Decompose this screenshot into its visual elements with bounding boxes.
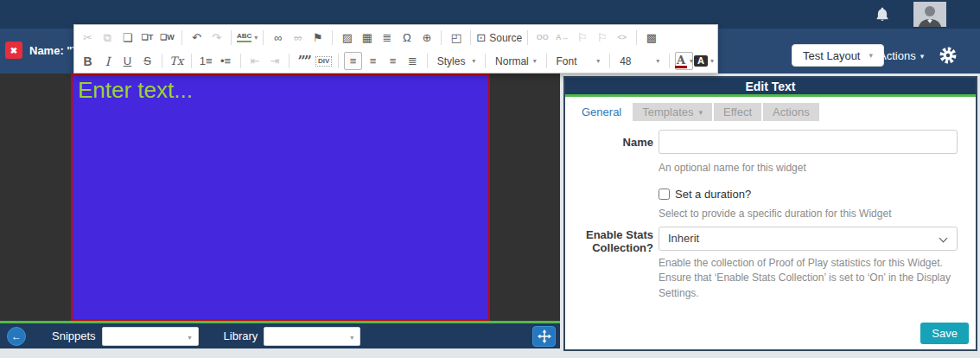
stats-collection-value: Inherit bbox=[668, 232, 699, 245]
image-icon[interactable]: ▨ bbox=[338, 29, 356, 47]
toolbar-row-1: ✂⧉❏❏T❏W↶↷ABC▾∞∞⚑▨▦≣Ω⊕◰⊡SourceOOA↔⚐⚐<>▩ bbox=[78, 26, 714, 49]
back-arrow-button[interactable]: ← bbox=[7, 327, 26, 346]
qr-code-icon[interactable]: ▩ bbox=[642, 29, 660, 47]
library-label: Library bbox=[224, 329, 258, 342]
library-select[interactable]: ▾ bbox=[264, 327, 360, 346]
chevron-down-icon bbox=[939, 234, 948, 243]
toolbar-separator bbox=[485, 54, 486, 68]
link-icon[interactable]: ∞ bbox=[269, 29, 287, 47]
special-character-icon[interactable]: Ω bbox=[398, 29, 416, 47]
chevron-down-icon: ▾ bbox=[350, 334, 353, 342]
text-widget-region[interactable]: Enter text... bbox=[71, 74, 490, 321]
toolbar-separator bbox=[263, 30, 264, 45]
toolbar-separator bbox=[527, 30, 528, 45]
table-icon[interactable]: ▦ bbox=[358, 29, 376, 47]
copy-icon[interactable]: ⧉ bbox=[99, 29, 117, 47]
toolbar-separator bbox=[191, 54, 192, 68]
remove-formatting-icon[interactable]: ⚐ bbox=[593, 29, 611, 47]
actions-dropdown[interactable]: Actions ▾ bbox=[879, 49, 924, 62]
widget-name-input[interactable] bbox=[659, 130, 958, 154]
toolbar-separator bbox=[240, 54, 241, 68]
italic-icon[interactable]: I bbox=[99, 52, 117, 70]
tab-general[interactable]: General bbox=[572, 103, 631, 121]
div-container-icon[interactable]: DIV bbox=[315, 52, 333, 70]
indent-icon[interactable]: ⇥ bbox=[265, 52, 283, 70]
panel-title: Edit Text bbox=[565, 78, 976, 97]
styles-dropdown[interactable]: Styles▾ bbox=[433, 52, 480, 70]
settings-gear-icon[interactable] bbox=[939, 46, 958, 65]
chevron-down-icon: ▾ bbox=[920, 52, 925, 61]
actions-label: Actions bbox=[879, 49, 916, 62]
globe-icon[interactable]: ⊕ bbox=[417, 29, 436, 47]
tab-effect[interactable]: Effect bbox=[714, 103, 761, 121]
paste-as-text-icon[interactable]: ❏T bbox=[138, 29, 156, 47]
edit-text-panel: Edit Text General Templates ▾ Effect Act… bbox=[563, 76, 977, 351]
snippets-label: Snippets bbox=[52, 329, 96, 342]
numbered-list-icon[interactable]: 1≡ bbox=[197, 52, 215, 70]
toolbar-separator bbox=[427, 54, 428, 68]
blockquote-icon[interactable]: ”” bbox=[295, 52, 313, 70]
code-icon[interactable]: <> bbox=[613, 29, 631, 47]
redo-icon[interactable]: ↷ bbox=[207, 29, 226, 47]
tab-templates[interactable]: Templates ▾ bbox=[633, 103, 712, 121]
panel-tabs: General Templates ▾ Effect Actions bbox=[565, 97, 976, 121]
underline-icon[interactable]: U bbox=[118, 52, 137, 70]
bulleted-list-icon[interactable]: •≡ bbox=[217, 52, 235, 70]
unlink-icon[interactable]: ∞ bbox=[289, 29, 307, 47]
background-color-icon[interactable]: A▾ bbox=[695, 52, 713, 70]
stats-collection-label: Enable Stats Collection? bbox=[569, 228, 653, 254]
align-right-icon[interactable]: ≡ bbox=[384, 52, 402, 70]
strikethrough-icon[interactable]: S bbox=[138, 52, 156, 70]
anchor-flag-icon[interactable]: ⚑ bbox=[309, 29, 327, 47]
undo-icon[interactable]: ↶ bbox=[188, 29, 206, 47]
find-icon[interactable]: OO bbox=[533, 29, 551, 47]
font-dropdown[interactable]: Font▾ bbox=[552, 52, 605, 70]
set-duration-help: Select to provide a specific duration fo… bbox=[659, 207, 891, 221]
text-placeholder: Enter text... bbox=[78, 77, 193, 104]
toolbar-separator bbox=[669, 54, 670, 68]
close-icon[interactable]: ✖ bbox=[5, 42, 22, 59]
set-duration-checkbox[interactable] bbox=[659, 189, 670, 200]
layout-canvas[interactable]: Enter text... bbox=[0, 74, 560, 321]
source-icon[interactable]: ⊡Source bbox=[476, 29, 522, 47]
name-field-label: Name bbox=[569, 136, 653, 149]
snippets-select[interactable]: ▾ bbox=[102, 327, 199, 346]
paragraph-format-dropdown[interactable]: Normal▾ bbox=[491, 52, 541, 70]
editor-bottom-bar: ← Snippets ▾ Library ▾ bbox=[0, 323, 560, 348]
chevron-down-icon: ▾ bbox=[869, 51, 874, 60]
stats-collection-help: Enable the collection of Proof of Play s… bbox=[659, 256, 958, 301]
toolbar-separator bbox=[289, 54, 290, 68]
spell-check-icon[interactable]: ABC▾ bbox=[237, 29, 258, 47]
font-size-dropdown[interactable]: 48▾ bbox=[615, 52, 664, 70]
toolbar-separator bbox=[162, 54, 162, 68]
paste-from-word-icon[interactable]: ❏W bbox=[158, 29, 176, 47]
align-center-icon[interactable]: ≡ bbox=[364, 52, 382, 70]
notifications-bell-icon[interactable] bbox=[873, 5, 892, 24]
chevron-down-icon: ▾ bbox=[188, 334, 192, 342]
copy-formatting-icon[interactable]: ⚐ bbox=[573, 29, 591, 47]
toolbar-separator bbox=[181, 30, 182, 45]
bold-icon[interactable]: B bbox=[79, 52, 97, 70]
toolbar-separator bbox=[636, 30, 637, 45]
layout-select-label: Test Layout bbox=[803, 49, 861, 62]
replace-icon[interactable]: A↔ bbox=[553, 29, 571, 47]
paste-icon[interactable]: ❏ bbox=[118, 29, 137, 47]
horizontal-rule-icon[interactable]: ≣ bbox=[378, 29, 396, 47]
move-handle-button[interactable] bbox=[532, 326, 556, 347]
cut-icon[interactable]: ✂ bbox=[79, 29, 97, 47]
text-color-icon[interactable]: A▾ bbox=[675, 52, 693, 70]
tab-actions[interactable]: Actions bbox=[763, 103, 819, 121]
user-avatar[interactable] bbox=[913, 2, 946, 27]
stats-collection-select[interactable]: Inherit bbox=[659, 227, 958, 251]
layout-select-dropdown[interactable]: Test Layout ▾ bbox=[792, 44, 884, 67]
toolbar-separator bbox=[332, 30, 333, 45]
save-button[interactable]: Save bbox=[920, 323, 969, 344]
maximize-icon[interactable]: ◰ bbox=[447, 29, 465, 47]
align-left-icon[interactable]: ≡ bbox=[344, 52, 362, 70]
outdent-icon[interactable]: ⇤ bbox=[245, 52, 264, 70]
toolbar-separator bbox=[231, 30, 232, 45]
align-justify-icon[interactable]: ≣ bbox=[404, 52, 422, 70]
toolbar-separator bbox=[441, 30, 442, 45]
remove-format-icon[interactable]: Tx bbox=[168, 52, 186, 70]
name-field-help: An optional name for this widget bbox=[659, 161, 806, 176]
